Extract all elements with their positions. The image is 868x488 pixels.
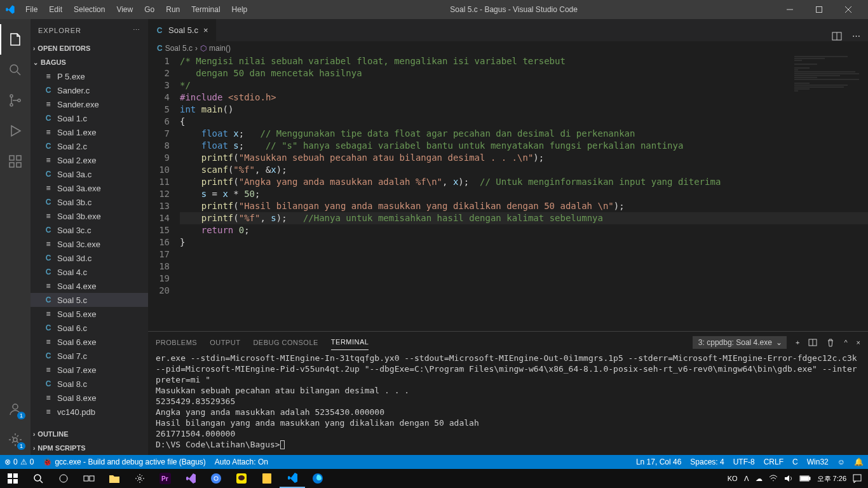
file-item[interactable]: ≡Soal 1.exe — [31, 125, 148, 139]
file-item[interactable]: ≡Soal 5.exe — [31, 307, 148, 321]
status-spaces[interactable]: Spaces: 4 — [686, 458, 728, 466]
file-list[interactable]: ≡P 5.exeCSander.c≡Sander.exeCSoal 1.c≡So… — [31, 69, 148, 427]
premiere-icon[interactable]: Pr — [153, 469, 178, 488]
npm-section[interactable]: ›NPM SCRIPTS — [31, 441, 148, 455]
file-item[interactable]: ≡Soal 3a.exe — [31, 181, 148, 195]
status-os[interactable]: Win32 — [803, 458, 833, 466]
menu-selection[interactable]: Selection — [69, 3, 110, 17]
file-item[interactable]: CSoal 4.c — [31, 265, 148, 279]
folder-section[interactable]: ⌄BAGUS — [31, 55, 148, 69]
terminal-content[interactable]: er.exe --stdin=Microsoft-MIEngine-In-31t… — [148, 353, 868, 455]
start-button[interactable] — [0, 469, 25, 488]
file-item[interactable]: CSander.c — [31, 83, 148, 97]
file-item[interactable]: CSoal 3d.c — [31, 251, 148, 265]
file-item[interactable]: CSoal 2.c — [31, 139, 148, 153]
maximize-button[interactable] — [804, 0, 834, 19]
wifi-icon[interactable] — [769, 475, 778, 482]
file-item[interactable]: ≡Soal 3c.exe — [31, 237, 148, 251]
battery-icon[interactable] — [799, 475, 811, 482]
menu-run[interactable]: Run — [161, 3, 185, 17]
settings-icon[interactable] — [127, 469, 153, 488]
code-editor[interactable]: 1234567891011121314151617181920 /* Mengi… — [148, 55, 868, 331]
open-editors-section[interactable]: ›OPEN EDITORS — [31, 41, 148, 55]
status-task[interactable]: 🐞gcc.exe - Build and debug active file (… — [38, 458, 210, 466]
new-terminal-icon[interactable]: + — [796, 339, 799, 346]
volume-icon[interactable] — [784, 475, 793, 482]
status-bell[interactable]: 🔔 — [850, 458, 868, 466]
status-lang[interactable]: C — [788, 458, 803, 466]
tab-terminal[interactable]: TERMINAL — [331, 334, 369, 350]
minimize-button[interactable] — [775, 0, 804, 19]
menu-view[interactable]: View — [111, 3, 138, 17]
notes-icon[interactable] — [254, 469, 280, 488]
explorer-more-icon[interactable]: ⋯ — [133, 26, 140, 34]
file-item[interactable]: CSoal 5.c — [31, 293, 148, 307]
task-view-icon[interactable] — [76, 469, 102, 488]
file-item[interactable]: ≡Soal 4.exe — [31, 279, 148, 293]
notifications-icon[interactable] — [853, 474, 862, 483]
cortana-icon[interactable] — [51, 469, 76, 488]
kill-terminal-icon[interactable] — [826, 338, 835, 347]
file-item[interactable]: CSoal 8.c — [31, 377, 148, 391]
menu-help[interactable]: Help — [227, 3, 253, 17]
file-item[interactable]: CSoal 6.c — [31, 321, 148, 335]
file-item[interactable]: ≡Soal 6.exe — [31, 335, 148, 349]
status-ln-col[interactable]: Ln 17, Col 46 — [632, 458, 686, 466]
file-item[interactable]: CSoal 3c.c — [31, 223, 148, 237]
file-item[interactable]: ≡Sander.exe — [31, 97, 148, 111]
kakao-icon[interactable] — [229, 469, 254, 488]
file-item[interactable]: CSoal 1.c — [31, 111, 148, 125]
tab-debug-console[interactable]: DEBUG CONSOLE — [253, 335, 318, 350]
clock[interactable]: 오후 7:26 — [817, 474, 846, 484]
file-explorer-icon[interactable] — [102, 469, 127, 488]
outline-section[interactable]: ›OUTLINE — [31, 427, 148, 441]
tray-chevron-icon[interactable]: ᐱ — [744, 475, 749, 483]
file-item[interactable]: ≡vc140.pdb — [31, 405, 148, 419]
vscode-taskbar-icon[interactable] — [280, 469, 305, 488]
status-encoding[interactable]: UTF-8 — [729, 458, 759, 466]
close-button[interactable] — [834, 0, 863, 19]
minimap[interactable] — [792, 55, 868, 106]
tab-problems[interactable]: PROBLEMS — [156, 335, 197, 350]
ime-indicator[interactable]: KO — [728, 475, 738, 482]
menu-file[interactable]: File — [20, 3, 43, 17]
maximize-panel-icon[interactable]: ^ — [844, 339, 847, 346]
file-item[interactable]: ≡Soal 8.exe — [31, 391, 148, 405]
extensions-icon[interactable] — [0, 146, 31, 177]
file-item[interactable]: ≡Soal 2.exe — [31, 153, 148, 167]
settings-icon[interactable]: 1 — [0, 424, 31, 455]
status-eol[interactable]: CRLF — [759, 458, 788, 466]
file-item[interactable]: CSoal 3a.c — [31, 167, 148, 181]
source-control-icon[interactable] — [0, 85, 31, 116]
terminal-selector[interactable]: 3: cppdbg: Soal 4.exe ⌄ — [693, 336, 787, 349]
breadcrumb[interactable]: C Soal 5.c › ⬡ main() — [148, 41, 868, 55]
visual-studio-icon[interactable] — [178, 469, 203, 488]
run-debug-icon[interactable] — [0, 116, 31, 146]
file-item[interactable]: ≡P 5.exe — [31, 69, 148, 83]
onedrive-icon[interactable]: ☁ — [756, 475, 763, 483]
edge-icon[interactable] — [305, 469, 330, 488]
menu-terminal[interactable]: Terminal — [186, 3, 225, 17]
file-item[interactable]: CSoal 3b.c — [31, 195, 148, 209]
search-icon[interactable] — [25, 469, 51, 488]
search-icon[interactable] — [0, 55, 31, 85]
close-panel-icon[interactable]: × — [857, 339, 860, 346]
breadcrumb-file[interactable]: Soal 5.c — [165, 44, 193, 53]
accounts-icon[interactable]: 1 — [0, 394, 31, 424]
tab-output[interactable]: OUTPUT — [210, 335, 240, 350]
tab-close-icon[interactable]: × — [202, 24, 210, 36]
status-feedback[interactable]: ☺ — [833, 458, 850, 466]
file-item[interactable]: ≡Soal 7.exe — [31, 363, 148, 377]
file-item[interactable]: ≡Soal 3b.exe — [31, 209, 148, 223]
status-auto-attach[interactable]: Auto Attach: On — [210, 458, 273, 466]
explorer-icon[interactable] — [0, 24, 31, 55]
split-editor-icon[interactable] — [832, 31, 842, 41]
file-item[interactable]: CSoal 7.c — [31, 349, 148, 363]
menu-edit[interactable]: Edit — [44, 3, 67, 17]
more-actions-icon[interactable]: ⋯ — [852, 31, 860, 41]
menu-go[interactable]: Go — [139, 3, 159, 17]
tab-soal5[interactable]: C Soal 5.c × — [148, 19, 217, 41]
chrome-icon[interactable] — [203, 469, 229, 488]
status-errors[interactable]: ⊗0 ⚠0 — [0, 458, 38, 466]
breadcrumb-symbol[interactable]: main() — [209, 44, 231, 53]
